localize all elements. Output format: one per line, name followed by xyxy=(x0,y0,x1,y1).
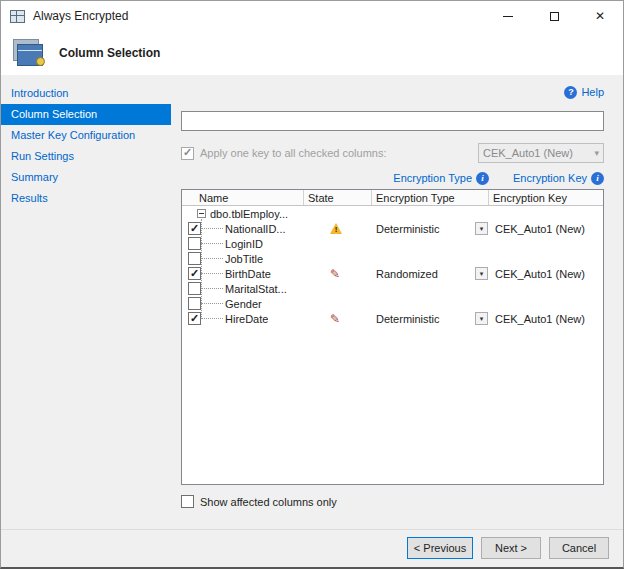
table-row[interactable]: JobTitle ▾ xyxy=(182,251,603,266)
row-checkbox[interactable] xyxy=(188,267,201,280)
sidebar-item-results[interactable]: Results xyxy=(1,188,171,209)
window-title: Always Encrypted xyxy=(33,9,128,23)
row-checkbox[interactable] xyxy=(188,252,201,265)
minimize-icon xyxy=(503,16,513,17)
minimize-button[interactable] xyxy=(485,1,531,31)
encryption-type-cell[interactable]: Deterministic ▾ xyxy=(372,221,489,236)
encryption-key-value: CEK_Auto1 (New) xyxy=(495,268,585,280)
column-name: NationalID... xyxy=(225,223,286,235)
tree-connector xyxy=(201,228,223,229)
encryption-type-value: Deterministic xyxy=(376,223,440,235)
column-name: Gender xyxy=(225,298,262,310)
encryption-key-value: CEK_Auto1 (New) xyxy=(495,313,585,325)
tree-connector xyxy=(201,243,223,244)
edit-pencil-icon xyxy=(330,312,340,326)
maximize-icon xyxy=(550,12,559,21)
table-group-label: dbo.tblEmploy... xyxy=(210,208,288,220)
tree-collapse-icon[interactable] xyxy=(197,209,206,218)
previous-button[interactable]: < Previous xyxy=(407,537,473,559)
main-panel: ? Help Apply one key to all checked colu… xyxy=(171,75,623,529)
encryption-type-cell[interactable]: ▾ xyxy=(372,236,489,251)
encryption-type-link[interactable]: Encryption Type xyxy=(393,172,472,184)
encryption-key-cell[interactable] xyxy=(489,296,603,311)
grid-header: Name State Encryption Type Encryption Ke… xyxy=(182,190,603,206)
filter-input[interactable] xyxy=(181,111,604,131)
app-icon xyxy=(10,10,25,23)
row-checkbox[interactable] xyxy=(188,282,201,295)
encryption-key-value: CEK_Auto1 (New) xyxy=(495,223,585,235)
wizard-steps-sidebar: Introduction Column Selection Master Key… xyxy=(1,75,171,529)
wizard-footer: < Previous Next > Cancel xyxy=(1,529,623,567)
apply-one-key-label: Apply one key to all checked columns: xyxy=(200,147,387,159)
encryption-type-info-icon[interactable]: i xyxy=(476,172,489,185)
show-affected-checkbox[interactable] xyxy=(181,495,194,508)
sidebar-item-run-settings[interactable]: Run Settings xyxy=(1,146,171,167)
always-encrypted-dialog: Always Encrypted ✕ Column Selection Intr… xyxy=(0,0,624,569)
encryption-key-cell[interactable] xyxy=(489,251,603,266)
encryption-key-link[interactable]: Encryption Key xyxy=(513,172,587,184)
dropdown-arrow-icon[interactable]: ▾ xyxy=(475,267,488,280)
sidebar-item-introduction[interactable]: Introduction xyxy=(1,83,171,104)
maximize-button[interactable] xyxy=(531,1,577,31)
page-title: Column Selection xyxy=(59,46,160,60)
column-name: BirthDate xyxy=(225,268,271,280)
column-name: LoginID xyxy=(225,238,263,250)
column-selection-icon xyxy=(11,38,47,68)
encryption-type-cell[interactable]: ▾ xyxy=(372,281,489,296)
wizard-header: Column Selection xyxy=(1,31,623,75)
encryption-key-cell[interactable] xyxy=(489,281,603,296)
tree-connector xyxy=(201,303,223,304)
grid-body: dbo.tblEmploy... NationalID... Determini… xyxy=(182,206,603,484)
table-group-row[interactable]: dbo.tblEmploy... xyxy=(182,206,603,221)
table-row[interactable]: HireDate Deterministic ▾ CEK_Auto1 (New) xyxy=(182,311,603,326)
header-encryption-key[interactable]: Encryption Key xyxy=(489,190,603,205)
row-checkbox[interactable] xyxy=(188,237,201,250)
sidebar-item-master-key-configuration[interactable]: Master Key Configuration xyxy=(1,125,171,146)
row-checkbox[interactable] xyxy=(188,312,201,325)
table-row[interactable]: MaritalStat... ▾ xyxy=(182,281,603,296)
cek-dropdown[interactable]: CEK_Auto1 (New) ▾ xyxy=(478,143,604,163)
table-row[interactable]: BirthDate Randomized ▾ CEK_Auto1 (New) xyxy=(182,266,603,281)
encryption-type-cell[interactable]: ▾ xyxy=(372,296,489,311)
help-icon: ? xyxy=(564,86,577,99)
encryption-key-info-icon[interactable]: i xyxy=(591,172,604,185)
column-name: JobTitle xyxy=(225,253,263,265)
table-row[interactable]: Gender ▾ xyxy=(182,296,603,311)
tree-connector xyxy=(201,318,223,319)
table-row[interactable]: LoginID ▾ xyxy=(182,236,603,251)
encryption-type-cell[interactable]: Randomized ▾ xyxy=(372,266,489,281)
dropdown-arrow-icon[interactable]: ▾ xyxy=(475,312,488,325)
encryption-type-cell[interactable]: ▾ xyxy=(372,251,489,266)
sidebar-item-summary[interactable]: Summary xyxy=(1,167,171,188)
dropdown-arrow-icon[interactable]: ▾ xyxy=(475,222,488,235)
encryption-type-value: Deterministic xyxy=(376,313,440,325)
encryption-key-cell[interactable]: CEK_Auto1 (New) xyxy=(489,266,603,281)
apply-one-key-checkbox[interactable] xyxy=(181,147,194,160)
edit-pencil-icon xyxy=(330,267,340,281)
header-encryption-type[interactable]: Encryption Type xyxy=(372,190,489,205)
column-name: MaritalStat... xyxy=(225,283,287,295)
sidebar-item-column-selection[interactable]: Column Selection xyxy=(1,104,171,125)
encryption-type-cell[interactable]: Deterministic ▾ xyxy=(372,311,489,326)
encryption-key-cell[interactable]: CEK_Auto1 (New) xyxy=(489,311,603,326)
cancel-button[interactable]: Cancel xyxy=(549,537,609,559)
next-button[interactable]: Next > xyxy=(481,537,541,559)
row-checkbox[interactable] xyxy=(188,297,201,310)
cek-dropdown-value: CEK_Auto1 (New) xyxy=(483,147,573,159)
tree-line xyxy=(201,219,202,319)
encryption-key-cell[interactable]: CEK_Auto1 (New) xyxy=(489,221,603,236)
header-state[interactable]: State xyxy=(304,190,372,205)
chevron-down-icon: ▾ xyxy=(594,148,599,158)
column-name: HireDate xyxy=(225,313,268,325)
title-bar: Always Encrypted ✕ xyxy=(1,1,623,31)
close-button[interactable]: ✕ xyxy=(577,1,623,31)
tree-connector xyxy=(201,288,223,289)
help-link[interactable]: Help xyxy=(581,86,604,98)
header-name[interactable]: Name xyxy=(182,190,304,205)
encryption-key-cell[interactable] xyxy=(489,236,603,251)
row-checkbox[interactable] xyxy=(188,222,201,235)
show-affected-label: Show affected columns only xyxy=(200,496,337,508)
tree-connector xyxy=(201,258,223,259)
table-row[interactable]: NationalID... Deterministic ▾ CEK_Auto1 … xyxy=(182,221,603,236)
tree-connector xyxy=(201,273,223,274)
